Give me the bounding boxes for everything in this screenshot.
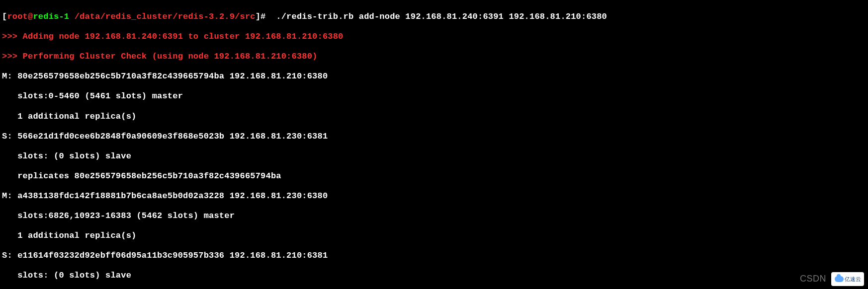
- terminal-output: [root@redis-1 /data/redis_cluster/redis-…: [0, 0, 868, 289]
- cluster-check-msg: >>> Performing Cluster Check (using node…: [2, 52, 866, 62]
- master-node-1: M: 80e256579658eb256c5b710a3f82c43966579…: [2, 72, 866, 81]
- csdn-watermark: CSDN: [800, 274, 826, 284]
- prompt-bracket: [: [2, 12, 7, 21]
- slave-node-2: S: e11614f03232d92ebff06d95a11b3c905957b…: [2, 251, 866, 261]
- adding-node-msg: >>> Adding node 192.168.81.240:6391 to c…: [2, 32, 866, 42]
- prompt-path: /data/redis_cluster/redis-3.2.9/src: [69, 12, 255, 21]
- command-text: ./redis-trib.rb add-node 192.168.81.240:…: [276, 12, 607, 21]
- cloud-icon: [835, 276, 844, 282]
- master-node-1-replicas: 1 additional replica(s): [2, 112, 866, 122]
- prompt-host: redis-1: [33, 12, 69, 21]
- master-node-2-replicas: 1 additional replica(s): [2, 231, 866, 241]
- slave-node-1-slots: slots: (0 slots) slave: [2, 151, 866, 161]
- slave-node-2-slots: slots: (0 slots) slave: [2, 271, 866, 281]
- prompt-line: [root@redis-1 /data/redis_cluster/redis-…: [2, 12, 866, 22]
- yisu-text: 亿速云: [845, 276, 861, 283]
- slave-node-1-replicates: replicates 80e256579658eb256c5b710a3f82c…: [2, 171, 866, 181]
- yisu-watermark: 亿速云: [831, 272, 864, 286]
- prompt-at: @: [28, 12, 33, 21]
- prompt-user: root: [7, 12, 28, 21]
- master-node-2: M: a4381138fdc142f18881b7b6ca8ae5b0d02a3…: [2, 191, 866, 201]
- slave-node-1: S: 566e21d1fd0cee6b2848f0a90609e3f868e50…: [2, 132, 866, 142]
- master-node-2-slots: slots:6826,10923-16383 (5462 slots) mast…: [2, 211, 866, 221]
- master-node-1-slots: slots:0-5460 (5461 slots) master: [2, 91, 866, 101]
- prompt-close: ]#: [256, 12, 276, 21]
